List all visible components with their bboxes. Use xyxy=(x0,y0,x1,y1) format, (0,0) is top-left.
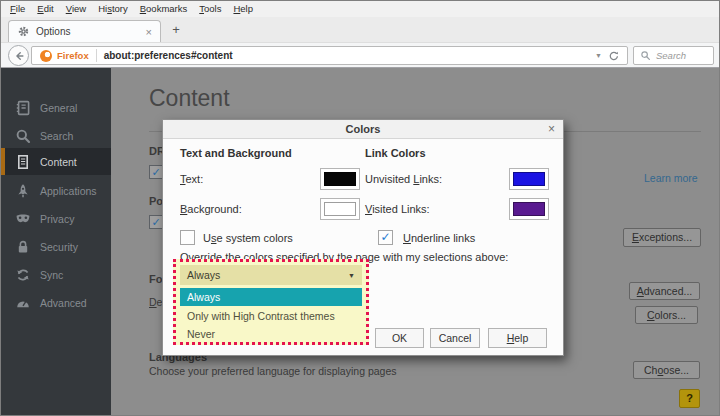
page-title: Content xyxy=(149,85,230,112)
swatch-fill xyxy=(513,202,545,216)
menu-file[interactable]: File xyxy=(4,1,31,17)
tab-options[interactable]: Options × xyxy=(8,20,161,42)
menu-tools[interactable]: Tools xyxy=(193,1,227,17)
ok-button[interactable]: OK xyxy=(375,328,424,348)
underline-links-label: Underline links xyxy=(403,232,475,244)
check-icon: ✓ xyxy=(380,230,390,244)
sidebar-label: Privacy xyxy=(40,213,74,225)
menu-bookmarks[interactable]: Bookmarks xyxy=(134,1,194,17)
visited-color-swatch[interactable] xyxy=(509,198,549,220)
dropdown-option-high-contrast[interactable]: Only with High Contrast themes xyxy=(180,307,362,325)
background-color-swatch[interactable] xyxy=(320,198,360,220)
sidebar-item-applications[interactable]: Applications xyxy=(1,177,111,204)
reload-icon[interactable] xyxy=(608,50,620,62)
dropdown-selected-value: Always xyxy=(187,269,348,281)
firefox-identity-label: Firefox xyxy=(57,50,89,61)
sidebar-label: Sync xyxy=(40,269,63,281)
browser-window: File Edit View History Bookmarks Tools H… xyxy=(0,0,720,416)
dialog-title: Colors xyxy=(163,120,563,139)
sidebar-label: General xyxy=(40,102,77,114)
use-system-colors-label: Use system colors xyxy=(203,232,293,244)
firefox-icon xyxy=(40,50,52,62)
lock-icon xyxy=(15,239,31,255)
sidebar-label: Advanced xyxy=(40,297,87,309)
languages-description: Choose your preferred language for displ… xyxy=(149,365,397,377)
menu-history[interactable]: History xyxy=(92,1,134,17)
underline-links-checkbox[interactable]: ✓ xyxy=(378,230,393,245)
tab-close-icon[interactable]: × xyxy=(146,26,152,38)
sidebar-item-search[interactable]: Search xyxy=(1,122,111,149)
search-icon xyxy=(15,128,31,144)
sidebar-label: Applications xyxy=(40,185,97,197)
text-background-section: Text and Background xyxy=(180,147,292,159)
annotation-highlight-box: Always ▼ Always Only with High Contrast … xyxy=(173,259,369,345)
new-tab-button[interactable]: + xyxy=(167,21,185,39)
text-label: Text: xyxy=(180,173,203,185)
text-color-swatch[interactable] xyxy=(320,168,360,190)
document-icon xyxy=(15,154,31,170)
search-input[interactable]: Search xyxy=(633,46,714,65)
sidebar-label: Security xyxy=(40,241,78,253)
back-arrow-icon xyxy=(13,50,25,62)
sidebar-item-sync[interactable]: Sync xyxy=(1,261,111,288)
cancel-button[interactable]: Cancel xyxy=(430,328,480,348)
help-button[interactable]: Help xyxy=(488,328,547,348)
gauge-icon xyxy=(15,295,31,311)
menu-edit[interactable]: Edit xyxy=(31,1,59,17)
sidebar-item-security[interactable]: Security xyxy=(1,233,111,260)
check-icon: ✓ xyxy=(151,216,160,228)
navigation-bar: Firefox about:preferences#content ▼ Sear… xyxy=(1,42,719,68)
tab-strip: Options × + xyxy=(1,17,719,42)
check-icon: ✓ xyxy=(151,166,160,178)
advanced-button[interactable]: Advanced... xyxy=(629,282,700,300)
page-help-button[interactable]: ? xyxy=(679,389,700,408)
link-colors-section: Link Colors xyxy=(365,147,426,159)
url-text[interactable]: about:preferences#content xyxy=(104,50,595,61)
choose-button[interactable]: Choose... xyxy=(633,361,700,379)
sidebar-label: Search xyxy=(40,130,73,142)
learn-more-link[interactable]: Learn more xyxy=(644,172,698,184)
swatch-fill xyxy=(324,202,356,216)
sidebar-item-privacy[interactable]: Privacy xyxy=(1,205,111,232)
dialog-close-icon[interactable]: × xyxy=(548,120,555,139)
tab-title: Options xyxy=(36,26,146,37)
mask-icon xyxy=(15,211,31,227)
sidebar-item-advanced[interactable]: Advanced xyxy=(1,289,111,316)
use-system-colors-checkbox[interactable] xyxy=(180,230,195,245)
search-placeholder: Search xyxy=(656,50,686,61)
visited-links-label: Visited Links: xyxy=(365,203,430,215)
dropdown-option-always[interactable]: Always xyxy=(180,288,362,306)
colors-dialog: Colors × Text and Background Link Colors… xyxy=(162,119,564,356)
exceptions-button[interactable]: Exceptions... xyxy=(623,228,701,247)
sidebar-item-general[interactable]: General xyxy=(1,94,111,121)
dropdown-option-never[interactable]: Never xyxy=(180,325,362,343)
menu-view[interactable]: View xyxy=(60,1,92,17)
background-label: Background: xyxy=(180,203,242,215)
gear-icon xyxy=(17,25,30,38)
unvisited-links-label: Unvisited Links: xyxy=(365,173,442,185)
play-drm-checkbox[interactable]: ✓ xyxy=(149,165,163,179)
dialog-titlebar[interactable]: Colors × xyxy=(163,120,563,139)
swatch-fill xyxy=(513,172,545,186)
block-popups-checkbox[interactable]: ✓ xyxy=(149,215,163,229)
urlbar-divider xyxy=(96,49,97,62)
unvisited-color-swatch[interactable] xyxy=(509,168,549,190)
menu-bar: File Edit View History Bookmarks Tools H… xyxy=(1,1,719,17)
menu-help[interactable]: Help xyxy=(227,1,259,17)
swatch-fill xyxy=(324,172,356,186)
sidebar-label: Content xyxy=(40,156,77,168)
preferences-sidebar: General Search Content Applications xyxy=(1,68,111,415)
rocket-icon xyxy=(15,183,31,199)
back-button[interactable] xyxy=(8,45,29,66)
override-dropdown[interactable]: Always ▼ xyxy=(180,265,362,285)
address-book-icon xyxy=(15,100,31,116)
sidebar-item-content[interactable]: Content xyxy=(1,148,111,175)
url-bar[interactable]: Firefox about:preferences#content ▼ xyxy=(31,46,628,65)
colors-button[interactable]: Colors... xyxy=(635,306,698,324)
search-icon xyxy=(640,50,651,61)
chevron-down-icon: ▼ xyxy=(348,272,355,279)
urlbar-dropdown-icon[interactable]: ▼ xyxy=(595,52,602,59)
sync-icon xyxy=(15,267,31,283)
